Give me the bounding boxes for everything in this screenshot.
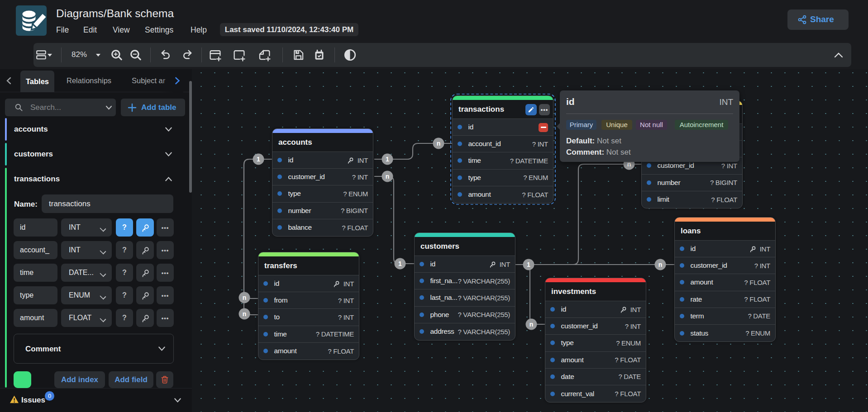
svg-text:n: n [437,140,441,147]
svg-text:n: n [529,321,534,328]
svg-text:n: n [658,261,663,268]
svg-text:n: n [386,173,390,180]
svg-text:n: n [243,310,247,317]
svg-text:1: 1 [527,261,530,268]
svg-text:n: n [243,294,247,301]
svg-text:1: 1 [398,260,402,267]
svg-text:1: 1 [386,156,389,163]
svg-text:1: 1 [257,156,260,163]
